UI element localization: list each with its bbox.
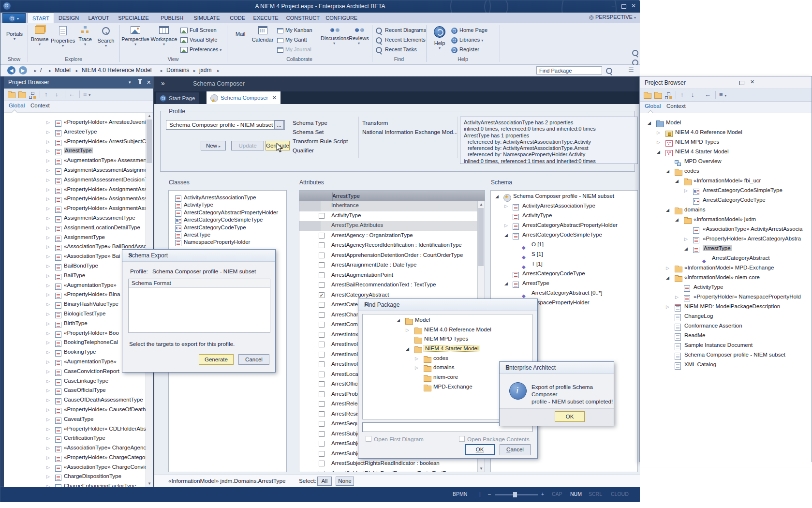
collapse-arrow-icon[interactable]: ▷ (46, 350, 50, 355)
tree-item[interactable]: ▷NIEM 4.0 Reference Model (640, 129, 812, 138)
tree-item[interactable]: ◢«InformationModel» fbi_ucr (640, 177, 812, 187)
tree-item[interactable]: ▷AssignmentAssessmentType (4, 214, 146, 224)
class-item[interactable]: ArrestCategoryCodeSimpleType (169, 217, 286, 224)
tree-item[interactable]: ▷CertificationType (4, 434, 146, 444)
tab-global[interactable]: Global (9, 103, 25, 108)
ribbon-item-home-page[interactable]: Home Page (451, 26, 497, 34)
tree-item[interactable]: ▷AssignmentAssessmentAssignmen (4, 166, 146, 176)
zoom-in-button[interactable]: + (541, 491, 544, 497)
attribute-checkbox[interactable] (319, 391, 325, 397)
ribbon-tab-simulate[interactable]: SIMULATE (189, 13, 224, 23)
attribute-row[interactable]: ArrestSubjectRightsReadIndicator : boole… (299, 459, 478, 469)
document-tab-schema-composer[interactable]: Schema Composer✕ (207, 91, 281, 104)
tree-item[interactable]: ActivityType (640, 284, 812, 293)
collapse-arrow-icon[interactable]: ▷ (46, 427, 50, 432)
collapse-arrow-icon[interactable]: ▷ (46, 436, 50, 441)
ribbon-item-discussions[interactable]: ☻☻Discussions▾ (321, 25, 348, 45)
tree-item[interactable]: ArrestCategoryCodeType (491, 270, 637, 280)
search-options-icon[interactable] (606, 67, 612, 76)
new-package-icon[interactable] (644, 92, 651, 101)
collapse-arrow-icon[interactable]: ▷ (46, 331, 50, 336)
collapse-arrow-icon[interactable]: ▷ (46, 474, 50, 479)
close-icon[interactable]: ✕ (147, 76, 151, 89)
maximize-button[interactable] (739, 81, 744, 85)
tree-item[interactable]: ▷«PropertyHolder» ChargeCategory (4, 454, 146, 463)
collapse-arrow-icon[interactable]: ▷ (46, 388, 50, 393)
expand-arrow-icon[interactable]: ◢ (666, 208, 669, 212)
tab-context[interactable]: Context (666, 103, 686, 109)
tree-item[interactable]: ▷ArrestCategoryCodeSimpleType (640, 187, 812, 196)
tree-item[interactable]: ChangeLog (640, 313, 812, 322)
tree-item[interactable]: ◢Schema Composer profile - NIEM subset (491, 193, 637, 202)
collapse-arrow-icon[interactable]: ▷ (46, 292, 50, 297)
attribute-checkbox[interactable] (319, 242, 325, 248)
collapse-arrow-icon[interactable]: ▷ (46, 321, 50, 326)
breadcrumb-segment[interactable]: Model (55, 67, 71, 74)
ribbon-tab-configure[interactable]: CONFIGURE (321, 13, 362, 23)
attribute-row[interactable]: ArrestAugmentationPoint (299, 271, 478, 281)
collapse-arrow-icon[interactable]: ▷ (46, 446, 50, 450)
expand-arrow-icon[interactable]: ◢ (657, 149, 660, 154)
class-item[interactable]: ArrestType (169, 232, 286, 239)
collapse-arrow-icon[interactable]: ▷ (46, 302, 50, 307)
move-down-icon[interactable]: ↓ (691, 91, 694, 98)
ribbon-item-visual-style[interactable]: Visual Style (180, 35, 226, 44)
collapse-arrow-icon[interactable]: ▷ (46, 225, 50, 230)
panel-menu-icon[interactable]: ▾ (129, 76, 131, 89)
ribbon-item-reviews[interactable]: ☻☻Reviews▾ (348, 25, 370, 45)
hierarchy-icon[interactable] (29, 91, 36, 100)
collapse-arrow-icon[interactable]: ▷ (657, 130, 660, 135)
attribute-checkbox[interactable] (319, 352, 325, 358)
ribbon-item-search[interactable]: Search▾ (95, 25, 117, 48)
navigate-left-icon[interactable]: ← (705, 91, 711, 98)
tree-item[interactable]: ◢domains (640, 206, 812, 216)
attribute-checkbox[interactable] (319, 451, 325, 457)
zoom-slider-thumb[interactable] (513, 492, 517, 497)
attribute-checkbox[interactable] (319, 342, 325, 347)
tree-item[interactable]: ▷«PropertyHolder» ArrestCategoryAbstra (640, 235, 812, 245)
collapse-arrow-icon[interactable]: ▷ (666, 304, 669, 309)
collapse-arrow-icon[interactable]: ▷ (46, 149, 50, 153)
class-item[interactable]: ArrestCategoryAbstractPropertyHolder (169, 209, 286, 217)
ribbon-item-workspace[interactable]: Workspace▾ (150, 25, 177, 46)
panel-header[interactable]: Project Browser ✕ (640, 76, 812, 89)
collapse-arrow-icon[interactable]: ▷ (684, 237, 688, 241)
collapse-arrow-icon[interactable]: ▷ (415, 365, 418, 370)
find-package-input[interactable]: Find Package (536, 66, 602, 75)
attribute-row[interactable]: ArrestAgency : OrganizationType (299, 231, 478, 241)
perspective-selector[interactable]: ◎ PERSPECTIVE ▾ (589, 14, 636, 20)
tree-item[interactable]: ArrestCategoryAbstract (640, 254, 812, 264)
ribbon-item-register[interactable]: Register (451, 45, 497, 54)
expand-arrow-icon[interactable]: ◢ (648, 120, 651, 125)
title-bar[interactable]: A NIEM 4 Project.eapx - Enterprise Archi… (0, 0, 640, 13)
attribute-checkbox[interactable] (319, 361, 325, 367)
ribbon-item-preferences[interactable]: Preferences▾ (180, 45, 226, 54)
collapse-arrow-icon[interactable]: ▷ (46, 139, 50, 144)
class-item[interactable]: ActivityArrestAssociationType (169, 194, 286, 202)
ribbon-item-my-gantt[interactable]: My Gantt (277, 35, 320, 44)
tree-item[interactable]: ▷ArrestType (4, 147, 146, 157)
close-icon[interactable]: ✕ (364, 301, 533, 308)
attribute-checkbox[interactable] (319, 421, 325, 427)
tree-item[interactable]: ▷CaveatType (4, 416, 146, 425)
hierarchy-icon[interactable] (665, 92, 672, 101)
tree-item[interactable]: S [1] (491, 251, 637, 260)
tree-item[interactable]: ◢ArrestType (640, 245, 812, 254)
collapse-arrow-icon[interactable]: ▷ (46, 340, 50, 345)
collapse-arrow-icon[interactable]: ▷ (46, 244, 50, 249)
ribbon-item-help[interactable]: Help▾ (430, 25, 449, 50)
list-menu-icon[interactable]: ≡ ▾ (719, 91, 726, 98)
breadcrumb-segment[interactable]: jxdm (199, 67, 211, 74)
tree-item[interactable]: ◢«InformationModel» jxdm (640, 216, 812, 225)
collapse-arrow-icon[interactable]: ▷ (46, 254, 50, 259)
list-menu-icon[interactable]: ≡ ▾ (83, 90, 90, 98)
ribbon-tab-code[interactable]: CODE (225, 13, 250, 23)
folder-icon[interactable] (654, 92, 662, 101)
hamburger-menu-icon[interactable]: ☰ (628, 66, 634, 74)
collapse-arrow-icon[interactable]: ▷ (46, 235, 50, 240)
generate-button[interactable]: Generate (199, 354, 234, 365)
status-toggle-cloud[interactable]: CLOUD (611, 491, 629, 497)
zoom-slider[interactable] (495, 494, 538, 495)
tree-item[interactable]: ◢«InformationModel» niem-core (640, 274, 812, 284)
close-icon[interactable]: ✕ (505, 364, 610, 371)
